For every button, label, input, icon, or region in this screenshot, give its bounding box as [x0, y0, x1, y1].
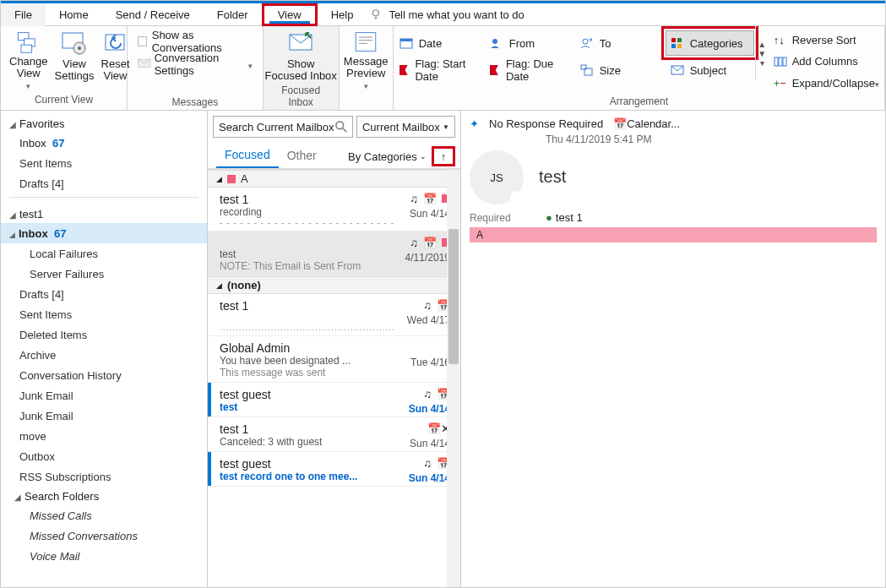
menu-view[interactable]: View: [262, 3, 318, 26]
folder-inbox[interactable]: ◢Inbox 67: [1, 223, 207, 243]
folder-drafts-fav[interactable]: Drafts [4]: [1, 173, 207, 193]
folder-conv-history[interactable]: Conversation History: [1, 365, 207, 385]
svg-rect-15: [400, 39, 412, 41]
add-columns-button[interactable]: Add Columns: [774, 51, 879, 72]
favorites-header[interactable]: ◢Favorites: [1, 114, 207, 133]
svg-rect-26: [779, 57, 782, 66]
msg-item[interactable]: test 1 .................................…: [208, 294, 460, 336]
folder-drafts[interactable]: Drafts [4]: [1, 284, 207, 304]
search-input[interactable]: Search Current Mailbox: [213, 116, 353, 138]
svg-point-17: [583, 39, 588, 44]
message-preview-button[interactable]: Message Preview: [345, 26, 388, 92]
arrange-to-label: To: [600, 37, 612, 50]
account-header[interactable]: ◢test1: [1, 204, 207, 223]
show-as-conversations-checkbox[interactable]: Show as Conversations: [133, 30, 258, 53]
arrangement-more[interactable]: ▲▼▾: [755, 26, 769, 80]
arrange-flag-due[interactable]: Flag: Due Date: [485, 57, 573, 83]
menu-file[interactable]: File: [1, 3, 46, 26]
message-list-pane: Search Current Mailbox Current Mailbox ▼…: [208, 111, 461, 587]
folder-voice-mail[interactable]: Voice Mail: [1, 546, 207, 566]
search-folders-header[interactable]: ◢Search Folders: [1, 487, 207, 505]
arrange-subject-label: Subject: [690, 64, 726, 77]
category-color-icon: [227, 175, 236, 183]
arrange-size-label: Size: [600, 64, 621, 77]
folder-local-failures[interactable]: Local Failures: [1, 243, 207, 264]
group-current-view-label: Current View: [6, 92, 122, 106]
folder-junk1[interactable]: Junk Email: [1, 385, 207, 406]
msg-item[interactable]: test 1 Canceled: 3 with guest 📅✕ Sun 4/1…: [208, 417, 460, 452]
group-arrangement-label: Arrangement: [394, 94, 884, 107]
folder-pane: ◢Favorites Inbox 67 Sent Items Drafts [4…: [1, 111, 208, 587]
expand-collapse-button[interactable]: +−Expand/Collapse: [774, 73, 879, 94]
folder-junk2[interactable]: Junk Email: [1, 406, 207, 426]
bell-icon: ♫: [410, 193, 418, 205]
reverse-sort-button[interactable]: ↑↓Reverse Sort: [774, 30, 879, 51]
search-placeholder: Search Current Mailbox: [219, 121, 334, 133]
focused-inbox-label: Show Focused Inbox: [265, 58, 337, 82]
category-bar[interactable]: A: [470, 227, 877, 242]
change-view-label: Change View: [9, 56, 48, 79]
message-datetime: Thu 4/11/2019 5:41 PM: [546, 133, 877, 145]
search-scope-dropdown[interactable]: Current Mailbox ▼: [356, 116, 455, 138]
person-to-icon: [579, 36, 595, 50]
arrange-subject[interactable]: Subject: [666, 57, 754, 83]
arrange-to[interactable]: To: [575, 30, 664, 56]
menu-home[interactable]: Home: [46, 3, 102, 26]
arrange-categories[interactable]: Categories: [666, 30, 754, 56]
svg-rect-3: [21, 45, 32, 52]
menu-folder[interactable]: Folder: [204, 3, 262, 26]
search-icon[interactable]: [335, 121, 347, 133]
msg-item[interactable]: test guest test record one to one mee...…: [208, 452, 460, 487]
folder-sent-fav[interactable]: Sent Items: [1, 153, 207, 173]
arrange-size[interactable]: Size: [575, 57, 664, 83]
sort-by-categories[interactable]: By Categories ⌄ ↑: [348, 146, 455, 166]
msg-item[interactable]: test 1 recording - - - - - - - - - - - -…: [208, 188, 460, 231]
group-a[interactable]: ◢A: [208, 170, 460, 188]
reset-view-label: Reset View: [101, 58, 130, 82]
folder-missed-conv[interactable]: Missed Conversations: [1, 525, 207, 546]
scrollbar[interactable]: [447, 170, 460, 587]
tab-other[interactable]: Other: [279, 145, 325, 167]
folder-rss[interactable]: RSS Subscriptions: [1, 466, 207, 487]
categories-icon: [670, 36, 685, 50]
reverse-sort-label: Reverse Sort: [792, 34, 856, 46]
msg-item[interactable]: test guest test ♫📅 Sun 4/14: [208, 383, 460, 417]
change-view-button[interactable]: Change View: [6, 26, 52, 92]
tell-me[interactable]: Tell me what you want to do: [370, 8, 524, 21]
group-none[interactable]: ◢(none): [208, 276, 460, 294]
calendar-icon: 📅: [423, 237, 437, 249]
expand-collapse-label: Expand/Collapse: [792, 77, 875, 90]
folder-inbox-fav[interactable]: Inbox 67: [1, 133, 207, 153]
avatar[interactable]: JS: [470, 150, 524, 204]
arrange-from[interactable]: From: [485, 30, 573, 56]
calendar-link[interactable]: Calendar...: [627, 117, 680, 130]
size-icon: [579, 63, 595, 77]
folder-server-failures[interactable]: Server Failures: [1, 264, 207, 284]
sort-direction-toggle[interactable]: ↑: [432, 146, 455, 166]
svg-rect-10: [356, 33, 376, 52]
view-settings-button[interactable]: View Settings: [52, 26, 98, 92]
conversation-settings-button[interactable]: Conversation Settings: [133, 53, 258, 75]
show-focused-inbox-button[interactable]: Show Focused Inbox: [269, 26, 334, 83]
msg-item-selected[interactable]: test NOTE: This Email is Sent From ♫📅 4/…: [208, 231, 460, 276]
folder-move[interactable]: move: [1, 426, 207, 446]
tab-focused[interactable]: Focused: [216, 144, 279, 168]
arrange-date-label: Date: [419, 37, 442, 50]
bell-icon: ♫: [423, 457, 432, 470]
folder-outbox[interactable]: Outbox: [1, 446, 207, 466]
folder-sent[interactable]: Sent Items: [1, 304, 207, 324]
conv-settings-label: Conversation Settings: [155, 52, 248, 77]
svg-rect-25: [775, 57, 778, 66]
menu-send-receive[interactable]: Send / Receive: [102, 3, 204, 26]
svg-point-28: [336, 122, 344, 129]
menu-help[interactable]: Help: [318, 3, 367, 26]
msg-preview-label: Message Preview: [344, 56, 389, 79]
msg-item[interactable]: Global Admin You have been designated ..…: [208, 336, 460, 383]
folder-deleted[interactable]: Deleted Items: [1, 324, 207, 345]
folder-archive[interactable]: Archive: [1, 345, 207, 365]
svg-rect-20: [671, 44, 676, 48]
bell-icon: ♫: [410, 237, 418, 249]
arrange-flag-start[interactable]: Flag: Start Date: [394, 57, 483, 83]
arrange-date[interactable]: Date: [394, 30, 483, 56]
folder-missed-calls[interactable]: Missed Calls: [1, 505, 207, 525]
